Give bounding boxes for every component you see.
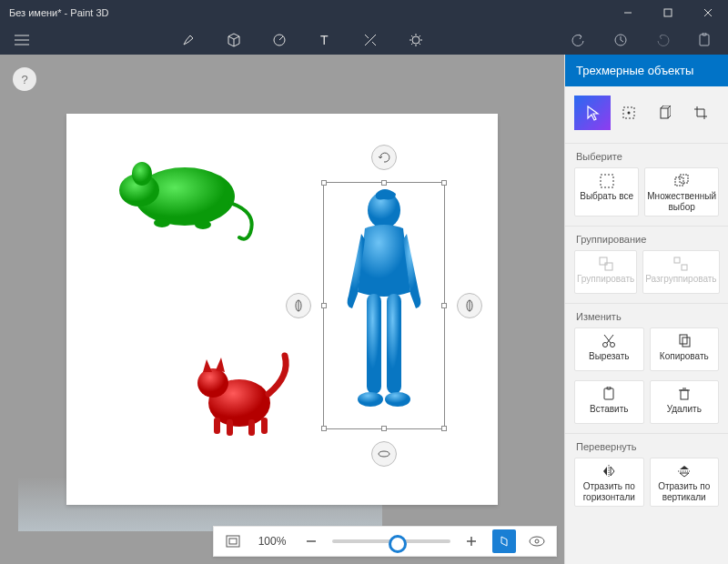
window-title: Без имени* - Paint 3D (0, 7, 608, 18)
svg-line-17 (411, 35, 413, 37)
select-all-label: Выбрать все (580, 191, 633, 202)
svg-point-30 (197, 368, 228, 398)
svg-point-53 (627, 112, 630, 115)
resize-handle-s[interactable] (381, 426, 387, 431)
flip-h-icon (602, 464, 616, 478)
magic-select-mode[interactable] (611, 96, 647, 130)
fit-screen-button[interactable] (221, 529, 245, 553)
delete-button[interactable]: Удалить (650, 380, 720, 424)
resize-handle-e[interactable] (441, 303, 447, 308)
svg-rect-70 (681, 390, 688, 399)
svg-rect-60 (674, 257, 680, 263)
help-button[interactable]: ? (13, 67, 36, 91)
copy-button[interactable]: Копировать (650, 327, 720, 371)
section-flip-label: Перевернуть (565, 433, 728, 458)
resize-handle-se[interactable] (441, 426, 447, 431)
depth-handle[interactable] (371, 441, 397, 467)
svg-rect-55 (601, 175, 613, 187)
redo-icon[interactable] (653, 31, 672, 49)
cut-label: Вырезать (589, 351, 629, 362)
svg-rect-34 (261, 418, 268, 434)
rotate-x-handle[interactable] (457, 293, 482, 318)
svg-rect-22 (700, 35, 709, 45)
svg-line-10 (365, 35, 369, 38)
app-window: Без имени* - Paint 3D T ? (0, 0, 728, 564)
svg-rect-33 (248, 419, 255, 436)
resize-handle-ne[interactable] (441, 180, 447, 186)
minimize-button[interactable] (608, 0, 648, 25)
history-icon[interactable] (612, 31, 630, 49)
flip-vertical-button[interactable]: Отразить по вертикали (650, 458, 720, 507)
copy-icon (677, 334, 692, 348)
svg-point-63 (611, 343, 615, 347)
zoom-slider[interactable] (332, 539, 450, 543)
svg-rect-67 (682, 337, 690, 347)
stickers-icon[interactable] (270, 31, 288, 49)
multi-select-button[interactable]: Множественный выбор (644, 167, 719, 217)
svg-point-28 (195, 220, 211, 229)
paste-library-icon[interactable] (695, 31, 713, 49)
resize-handle-nw[interactable] (321, 180, 327, 186)
svg-rect-59 (605, 263, 612, 270)
undo-icon[interactable] (570, 31, 588, 49)
select-mode[interactable] (574, 96, 611, 130)
ungroup-button: Разгруппировать (642, 250, 719, 294)
3d-view-toggle[interactable] (492, 529, 516, 553)
svg-rect-61 (682, 265, 687, 270)
resize-handle-w[interactable] (321, 303, 327, 308)
ungroup-icon (673, 257, 688, 271)
svg-point-62 (603, 343, 608, 347)
view-mode-button[interactable] (525, 529, 549, 553)
flip-h-label: Отразить по горизонтали (577, 481, 642, 502)
select-all-icon (600, 174, 614, 188)
group-button: Группировать (574, 250, 637, 294)
effects-icon[interactable] (361, 31, 379, 49)
svg-point-50 (530, 537, 544, 546)
zoom-in-button[interactable] (460, 529, 483, 553)
menu-button[interactable] (9, 35, 35, 45)
crop-mode[interactable] (682, 96, 719, 130)
3d-shapes-icon[interactable] (225, 31, 243, 49)
resize-handle-n[interactable] (381, 180, 387, 186)
delete-label: Удалить (667, 404, 702, 415)
flip-horizontal-button[interactable]: Отразить по горизонтали (574, 458, 644, 507)
canvas-icon[interactable] (407, 31, 425, 49)
3d-view-mode[interactable] (647, 96, 683, 130)
mode-row (565, 86, 728, 143)
svg-rect-31 (214, 418, 220, 434)
brush-icon[interactable] (179, 31, 197, 49)
svg-rect-45 (227, 536, 239, 547)
group-icon (599, 257, 613, 271)
red-cat-3d[interactable] (183, 339, 301, 448)
svg-line-11 (372, 42, 376, 45)
svg-rect-66 (680, 335, 687, 344)
zoom-out-button[interactable] (299, 529, 323, 553)
rotate-y-handle[interactable] (286, 293, 311, 318)
delete-icon (677, 387, 692, 401)
main-toolbar: T (0, 25, 728, 55)
paste-button[interactable]: Вставить (574, 380, 644, 424)
ungroup-label: Разгруппировать (645, 274, 716, 285)
close-button[interactable] (688, 0, 728, 25)
zoom-toolbar: 100% (213, 526, 557, 557)
selection-box[interactable] (323, 182, 445, 429)
cut-button[interactable]: Вырезать (574, 327, 644, 371)
group-label: Группировать (577, 274, 634, 285)
rotate-z-handle[interactable] (371, 145, 397, 170)
svg-line-18 (420, 44, 421, 45)
svg-line-19 (411, 44, 413, 45)
section-edit-label: Изменить (565, 303, 728, 327)
content-area: ? (0, 55, 728, 564)
svg-rect-1 (664, 9, 672, 16)
resize-handle-sw[interactable] (321, 426, 327, 431)
svg-rect-46 (229, 539, 237, 544)
svg-rect-54 (661, 108, 668, 118)
multi-select-label: Множественный выбор (647, 191, 716, 212)
text-icon[interactable]: T (316, 31, 334, 49)
canvas[interactable] (66, 114, 498, 505)
titlebar: Без имени* - Paint 3D (0, 0, 728, 25)
select-all-button[interactable]: Выбрать все (574, 167, 639, 217)
canvas-area[interactable]: ? (0, 55, 564, 564)
green-mouse-3d[interactable] (112, 146, 267, 247)
maximize-button[interactable] (648, 0, 688, 25)
